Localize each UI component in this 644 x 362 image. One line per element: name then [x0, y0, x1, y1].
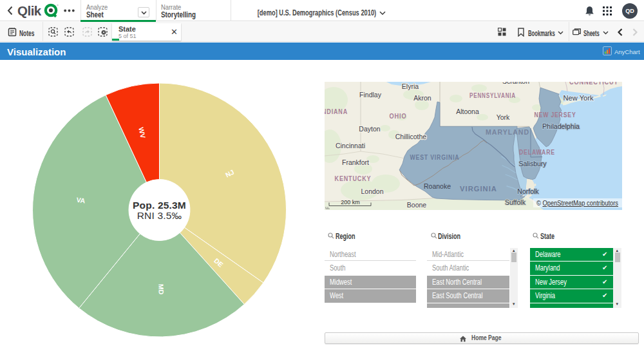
svg-text:200 km: 200 km	[341, 199, 360, 205]
svg-text:RNI 3.5‰: RNI 3.5‰	[137, 210, 182, 221]
svg-text:Philadelphia: Philadelphia	[542, 122, 580, 130]
svg-text:NEW JERSEY: NEW JERSEY	[535, 111, 576, 119]
svg-text:London: London	[361, 187, 383, 195]
svg-text:Cincinnati: Cincinnati	[336, 142, 365, 149]
svg-text:KENTUCKY: KENTUCKY	[335, 175, 372, 182]
svg-text:WEST VIRGINIA: WEST VIRGINIA	[410, 153, 460, 161]
svg-text:Altoona: Altoona	[456, 108, 479, 115]
svg-text:OHIO: OHIO	[390, 112, 407, 120]
svg-text:Elyria: Elyria	[402, 82, 419, 90]
svg-text:VA: VA	[76, 196, 86, 205]
svg-text:Frankfort: Frankfort	[342, 158, 369, 166]
svg-text:Suffolk: Suffolk	[505, 198, 526, 206]
svg-text:Roanoke: Roanoke	[424, 182, 451, 190]
svg-text:NDIANA: NDIANA	[325, 108, 348, 115]
svg-text:Scranton: Scranton	[502, 82, 529, 85]
svg-text:Pop. 25.3M: Pop. 25.3M	[133, 200, 186, 211]
svg-text:Boone: Boone	[407, 201, 427, 209]
svg-text:DELAWARE: DELAWARE	[519, 148, 555, 156]
svg-text:Dayton: Dayton	[359, 125, 380, 133]
svg-text:MARYLAND: MARYLAND	[486, 128, 529, 136]
svg-text:York: York	[497, 113, 510, 121]
svg-text:MD: MD	[157, 284, 165, 295]
svg-text:VIRGINIA: VIRGINIA	[460, 185, 497, 193]
svg-text:CONNECTICUT: CONNECTICUT	[569, 82, 618, 86]
svg-text:PENNSYLVANIA: PENNSYLVANIA	[469, 91, 516, 99]
svg-text:New York: New York	[564, 94, 594, 102]
svg-text:Findlay: Findlay	[359, 91, 382, 99]
svg-text:Akron: Akron	[413, 94, 431, 102]
svg-text:Norfolk: Norfolk	[517, 187, 539, 195]
svg-text:Chillicothe: Chillicothe	[395, 133, 427, 140]
svg-text:© OpenStreetMap contributors: © OpenStreetMap contributors	[536, 200, 618, 207]
svg-text:Salisbury: Salisbury	[518, 160, 547, 167]
